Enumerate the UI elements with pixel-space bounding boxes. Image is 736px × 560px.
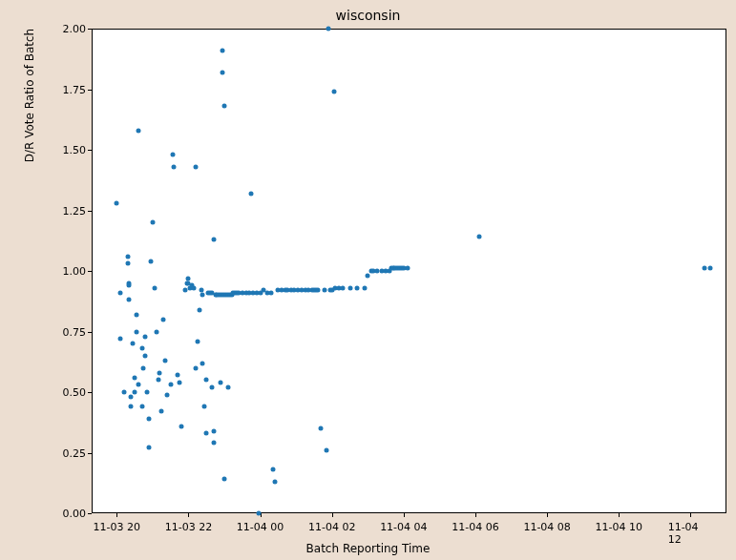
data-point	[202, 404, 207, 409]
data-point	[145, 390, 150, 395]
chart-title: wisconsin	[0, 8, 736, 23]
x-tick-label: 11-04 04	[380, 521, 427, 533]
x-tick-mark	[404, 513, 405, 517]
data-point	[176, 373, 180, 378]
data-point	[156, 378, 160, 383]
data-point	[148, 259, 153, 263]
data-point	[172, 164, 177, 169]
x-tick-mark	[332, 513, 333, 517]
data-point	[200, 293, 205, 298]
data-point	[164, 392, 169, 397]
x-tick-mark	[547, 513, 548, 517]
y-tick-label: 1.25	[48, 204, 86, 217]
data-point	[159, 409, 164, 414]
x-tick-mark	[475, 513, 476, 517]
data-point	[204, 378, 209, 383]
data-point	[249, 191, 254, 196]
data-point	[268, 290, 273, 295]
data-point	[347, 285, 352, 290]
x-tick-label: 11-03 20	[94, 521, 140, 533]
data-point	[139, 346, 144, 351]
data-point	[193, 164, 198, 169]
x-tick-label: 11-03 22	[165, 521, 212, 533]
data-point	[118, 290, 123, 295]
data-point	[141, 365, 146, 370]
data-point	[331, 90, 336, 94]
data-point	[476, 235, 481, 239]
data-point	[200, 361, 205, 365]
x-tick-label: 11-04 12	[668, 521, 714, 546]
data-point	[209, 384, 214, 389]
x-tick-label: 11-04 00	[237, 521, 284, 533]
data-point	[211, 237, 216, 241]
data-point	[178, 380, 182, 384]
x-tick-mark	[690, 513, 691, 517]
data-point	[136, 383, 140, 387]
data-point	[325, 447, 329, 452]
data-point	[129, 404, 134, 409]
y-tick-label: 0.50	[48, 386, 86, 399]
data-point	[139, 404, 144, 409]
data-point	[131, 342, 136, 346]
y-tick-label: 2.00	[48, 23, 86, 35]
data-point	[118, 337, 123, 342]
data-point	[355, 285, 360, 290]
data-point	[708, 266, 713, 271]
data-point	[362, 285, 367, 290]
data-point	[182, 288, 187, 293]
data-point	[192, 285, 197, 290]
x-tick-label: 11-04 06	[452, 521, 498, 533]
x-tick-label: 11-04 02	[308, 521, 355, 533]
data-point	[225, 384, 230, 389]
data-point	[211, 441, 216, 446]
x-axis-label: Batch Reporting Time	[0, 542, 736, 555]
y-tick-label: 1.75	[48, 83, 86, 95]
data-point	[197, 307, 201, 312]
data-point	[272, 479, 277, 484]
data-point	[134, 329, 138, 334]
data-point	[147, 446, 152, 450]
data-point	[125, 254, 130, 259]
data-point	[340, 285, 345, 290]
y-tick-mark	[88, 150, 92, 151]
data-point	[219, 380, 223, 384]
data-point	[204, 431, 209, 436]
data-point	[186, 276, 191, 280]
data-point	[211, 428, 216, 433]
x-tick-mark	[619, 513, 620, 517]
data-point	[125, 261, 130, 266]
data-point	[133, 390, 137, 395]
data-point	[195, 339, 200, 343]
data-point	[133, 375, 137, 380]
data-point	[168, 383, 173, 387]
data-point	[161, 317, 166, 321]
data-point	[319, 426, 324, 431]
data-point	[129, 395, 134, 400]
data-point	[134, 312, 138, 317]
data-point	[170, 153, 175, 157]
y-tick-mark	[88, 392, 92, 393]
chart-container: wisconsin Batch Reporting Time D/R Vote …	[0, 0, 736, 560]
data-point	[222, 104, 227, 109]
data-point	[121, 390, 126, 395]
x-tick-label: 11-04 08	[523, 521, 570, 533]
data-point	[136, 128, 140, 133]
y-tick-label: 0.25	[48, 446, 86, 459]
data-point	[323, 288, 327, 293]
data-point	[222, 477, 227, 482]
data-point	[193, 365, 198, 370]
data-point	[143, 334, 148, 339]
data-point	[158, 370, 162, 375]
y-axis-label: D/R Vote Ratio of Batch	[23, 0, 36, 338]
data-point	[256, 511, 261, 516]
axes-area	[92, 29, 726, 513]
y-tick-mark	[88, 453, 92, 454]
y-tick-label: 1.00	[48, 265, 86, 278]
y-tick-mark	[88, 271, 92, 272]
data-point	[143, 353, 148, 358]
data-point	[152, 285, 157, 290]
data-point	[127, 298, 132, 302]
y-tick-label: 0.00	[48, 508, 86, 520]
y-tick-mark	[88, 211, 92, 212]
y-tick-label: 0.75	[48, 325, 86, 338]
